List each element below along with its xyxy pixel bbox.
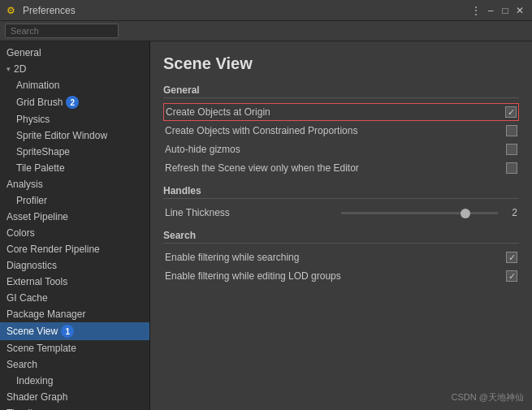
sidebar-item-package-manager[interactable]: Package Manager <box>0 306 149 322</box>
sidebar-item-gi-cache[interactable]: GI Cache <box>0 290 149 306</box>
setting-label-refresh-scene-view: Refresh the Scene view only when the Edi… <box>165 162 506 174</box>
sidebar-item-diagnostics[interactable]: Diagnostics <box>0 257 149 274</box>
sidebar-label: Scene View <box>6 326 58 337</box>
section-header-general: General <box>163 84 519 98</box>
setting-label-create-objects-at-origin: Create Objects at Origin <box>166 106 505 118</box>
setting-label-line-thickness: Line Thickness <box>165 207 341 218</box>
setting-row-create-objects-constrained: Create Objects with Constrained Proporti… <box>163 122 519 140</box>
sidebar-label: Indexing <box>16 375 53 386</box>
setting-label-create-objects-constrained: Create Objects with Constrained Proporti… <box>165 125 506 136</box>
sidebar-item-timeline[interactable]: Timeline <box>0 405 149 410</box>
sidebar-item-sprite-shape[interactable]: SpriteShape <box>0 144 149 160</box>
sidebar-item-sprite-editor-window[interactable]: Sprite Editor Window <box>0 127 149 144</box>
sidebar-item-2d[interactable]: ▾2D <box>0 61 149 77</box>
search-input[interactable] <box>5 24 119 38</box>
setting-label-enable-filtering-editing-lod: Enable filtering while editing LOD group… <box>165 270 506 282</box>
setting-row-enable-filtering-searching: Enable filtering while searching✓ <box>163 248 519 266</box>
slider-thumb-line-thickness[interactable] <box>461 209 470 218</box>
setting-row-create-objects-at-origin: Create Objects at Origin✓ <box>163 103 519 121</box>
checkbox-create-objects-at-origin[interactable]: ✓ <box>505 106 517 118</box>
sidebar-label: Tile Palette <box>16 162 65 174</box>
sidebar-label: Physics <box>16 114 50 125</box>
sidebar-item-search-parent[interactable]: Search <box>0 356 149 373</box>
slider-track-line-thickness[interactable] <box>341 212 498 214</box>
sidebar-label: GI Cache <box>6 292 48 304</box>
checkbox-enable-filtering-searching[interactable]: ✓ <box>506 252 517 263</box>
section-header-search: Search <box>163 230 519 244</box>
checkbox-auto-hide-gizmos[interactable] <box>506 144 517 155</box>
sidebar-label: Animation <box>16 80 59 91</box>
sidebar-item-tile-palette[interactable]: Tile Palette <box>0 160 149 176</box>
sidebar-label: Grid Brush <box>16 97 63 108</box>
sidebar-item-general[interactable]: General <box>0 45 149 61</box>
top-search-bar <box>0 21 532 41</box>
sidebar-item-external-tools[interactable]: External Tools <box>0 274 149 290</box>
checkbox-refresh-scene-view[interactable] <box>506 162 517 174</box>
sidebar-label: Diagnostics <box>6 260 57 271</box>
sidebar-item-shader-graph[interactable]: Shader Graph <box>0 389 149 405</box>
sidebar-item-scene-view[interactable]: Scene View1 <box>0 322 149 340</box>
sidebar-label: Colors <box>6 227 35 239</box>
sidebar-item-physics[interactable]: Physics <box>0 111 149 127</box>
close-button[interactable]: ✕ <box>514 5 526 16</box>
sidebar: General▾2DAnimationGrid Brush2PhysicsSpr… <box>0 41 150 410</box>
setting-row-refresh-scene-view: Refresh the Scene view only when the Edi… <box>163 159 519 177</box>
setting-row-line-thickness: Line Thickness2 <box>163 204 519 222</box>
minimize-button[interactable]: – <box>485 5 496 16</box>
sidebar-label: Sprite Editor Window <box>16 130 107 141</box>
sidebar-label: Package Manager <box>6 309 85 320</box>
sidebar-item-animation[interactable]: Animation <box>0 77 149 93</box>
checkbox-create-objects-constrained[interactable] <box>506 125 517 136</box>
sidebar-item-asset-pipeline[interactable]: Asset Pipeline <box>0 209 149 225</box>
slider-fill-line-thickness <box>341 212 464 214</box>
title-bar: ⚙ Preferences ⋮ – □ ✕ <box>0 0 532 21</box>
sidebar-item-grid-brush[interactable]: Grid Brush2 <box>0 93 149 111</box>
sidebar-label: Profiler <box>16 195 47 206</box>
sidebar-item-analysis[interactable]: Analysis <box>0 176 149 192</box>
setting-row-enable-filtering-editing-lod: Enable filtering while editing LOD group… <box>163 267 519 285</box>
sidebar-label: External Tools <box>6 276 67 287</box>
content-panel: Scene ViewGeneralCreate Objects at Origi… <box>150 41 532 410</box>
sidebar-label: Asset Pipeline <box>6 211 68 222</box>
menu-button[interactable]: ⋮ <box>470 5 482 16</box>
sidebar-label: Search <box>6 359 37 370</box>
sidebar-item-scene-template[interactable]: Scene Template <box>0 340 149 356</box>
sidebar-label: 2D <box>14 63 26 75</box>
sidebar-label: General <box>6 47 41 58</box>
setting-label-enable-filtering-searching: Enable filtering while searching <box>165 252 506 263</box>
section-header-handles: Handles <box>163 185 519 199</box>
main-content: General▾2DAnimationGrid Brush2PhysicsSpr… <box>0 41 532 410</box>
preferences-icon: ⚙ <box>6 5 18 16</box>
watermark: CSDN @天地神仙 <box>452 391 524 404</box>
sidebar-item-core-render-pipeline[interactable]: Core Render Pipeline <box>0 241 149 257</box>
slider-container-line-thickness: 2 <box>341 207 517 218</box>
badge-scene-view: 1 <box>61 325 74 338</box>
triangle-icon: ▾ <box>6 65 11 73</box>
panel-title: Scene View <box>163 54 519 73</box>
checkbox-enable-filtering-editing-lod[interactable]: ✓ <box>506 270 517 282</box>
setting-row-auto-hide-gizmos: Auto-hide gizmos <box>163 140 519 158</box>
window-title: Preferences <box>23 5 470 16</box>
sidebar-label: Core Render Pipeline <box>6 244 100 255</box>
sidebar-item-colors[interactable]: Colors <box>0 225 149 241</box>
sidebar-label: SpriteShape <box>16 146 70 158</box>
window-controls: ⋮ – □ ✕ <box>470 5 526 16</box>
sidebar-label: Analysis <box>6 179 43 190</box>
checkmark-icon: ✓ <box>508 271 516 282</box>
maximize-button[interactable]: □ <box>500 5 511 16</box>
sidebar-label: Scene Template <box>6 343 76 354</box>
setting-label-auto-hide-gizmos: Auto-hide gizmos <box>165 144 506 155</box>
checkmark-icon: ✓ <box>508 252 516 263</box>
sidebar-label: Shader Graph <box>6 391 67 403</box>
sidebar-item-profiler[interactable]: Profiler <box>0 192 149 209</box>
slider-value-line-thickness: 2 <box>504 207 517 218</box>
checkmark-icon: ✓ <box>508 107 515 118</box>
sidebar-item-indexing[interactable]: Indexing <box>0 373 149 389</box>
badge-grid-brush: 2 <box>66 96 79 109</box>
